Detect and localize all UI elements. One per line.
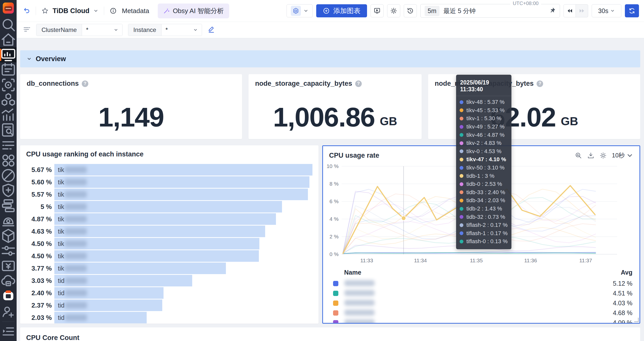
sidebar-item-calendar[interactable] bbox=[0, 62, 17, 77]
ranking-bar-track: tid bbox=[54, 312, 312, 323]
ranking-bar-row[interactable]: 4.50 % tik bbox=[26, 238, 312, 250]
ranking-bar-row[interactable]: 2.37 % tid bbox=[26, 299, 312, 311]
help-icon[interactable]: ? bbox=[537, 80, 543, 87]
sidebar-item-home[interactable] bbox=[0, 32, 17, 47]
help-icon[interactable]: ? bbox=[355, 80, 362, 87]
refresh-button[interactable] bbox=[625, 4, 639, 17]
time-forward-button[interactable] bbox=[576, 4, 588, 17]
legend-row[interactable]: 4.68 % bbox=[333, 308, 632, 318]
ranking-label-prefix: tik bbox=[58, 166, 64, 174]
sidebar-item-analytics[interactable] bbox=[0, 108, 17, 123]
tooltip-entry-text: tiflash-0 : 0.13 % bbox=[466, 238, 508, 245]
metadata-link[interactable]: Metadata bbox=[122, 7, 149, 15]
panels-row: CPU usage ranking of each instance 5.67 … bbox=[20, 145, 640, 324]
series-color-dot bbox=[460, 141, 463, 145]
ranking-bar-row[interactable]: 3.03 % tid bbox=[26, 275, 312, 287]
undo-icon[interactable] bbox=[23, 7, 30, 14]
ranking-bar-row[interactable]: 4.63 % tik bbox=[26, 225, 312, 237]
help-icon[interactable]: ? bbox=[82, 80, 88, 87]
ranking-bar-row[interactable]: 5.67 % tik bbox=[26, 164, 312, 176]
dashboard-content: Overview db_connections ? 1,149 bbox=[17, 38, 644, 341]
ranking-value: 4.50 % bbox=[26, 240, 54, 248]
ai-assistant-avatar[interactable] bbox=[3, 292, 13, 300]
legend-row[interactable]: 5.12 % bbox=[333, 279, 632, 288]
cpu-core-count-panel[interactable]: CPU Core Count bbox=[20, 327, 640, 341]
ranking-bar-track: tid bbox=[54, 287, 312, 299]
add-chart-button[interactable]: 添加图表 bbox=[316, 4, 367, 17]
sidebar-item-stacks[interactable] bbox=[0, 198, 17, 213]
time-back-button[interactable] bbox=[564, 4, 576, 17]
sidebar-item-clusters[interactable] bbox=[0, 93, 17, 108]
sidebar-item-add-user[interactable] bbox=[0, 304, 17, 319]
presentation-button[interactable] bbox=[371, 4, 384, 17]
favorite-star-icon[interactable] bbox=[42, 7, 49, 14]
sidebar-collapse-button[interactable] bbox=[0, 324, 17, 339]
obsy-ai-button[interactable]: Obsy AI 智能分析 bbox=[158, 4, 229, 18]
sidebar-item-inspection[interactable] bbox=[0, 77, 17, 93]
ranking-bar-row[interactable]: 2.03 % tid bbox=[26, 312, 312, 324]
chevron-down-icon bbox=[193, 28, 198, 32]
download-icon[interactable] bbox=[587, 152, 594, 159]
sidebar-item-log-search[interactable] bbox=[0, 123, 17, 138]
legend-row[interactable]: 4.51 % bbox=[333, 288, 632, 298]
chevron-down-icon bbox=[114, 28, 118, 32]
cluster-filter-label: ClusterName bbox=[36, 24, 82, 36]
ranking-bar-row[interactable]: 2.40 % tid bbox=[26, 287, 312, 299]
time-range-picker[interactable]: UTC+08:00 5m 最近 5 分钟 bbox=[420, 4, 560, 18]
ranking-bar-row[interactable]: 5 % tik bbox=[26, 201, 312, 213]
sidebar-item-blocklist[interactable] bbox=[0, 168, 17, 183]
sidebar-item-cloud[interactable] bbox=[0, 274, 17, 289]
sidebar-item-settings[interactable] bbox=[0, 243, 17, 259]
pin-icon[interactable] bbox=[549, 7, 556, 15]
pin-glyph bbox=[549, 7, 556, 14]
panel-resize-handle[interactable] bbox=[634, 318, 639, 322]
cpu-ranking-panel[interactable]: CPU usage ranking of each instance 5.67 … bbox=[20, 145, 318, 324]
ranking-bar-row[interactable]: 5.60 % tik bbox=[26, 176, 312, 188]
refresh-interval-dropdown[interactable]: 30s bbox=[592, 4, 621, 17]
history-button[interactable] bbox=[404, 4, 417, 17]
stat-card[interactable]: db_connections ? 1,149 bbox=[20, 74, 242, 139]
legend-row[interactable]: 4.03 % bbox=[333, 298, 632, 308]
sidebar-item-search[interactable] bbox=[0, 17, 17, 32]
ranking-value: 4.87 % bbox=[26, 215, 54, 223]
instance-filter-label: Instance bbox=[128, 24, 162, 36]
sidebar-item-packages[interactable] bbox=[0, 228, 17, 243]
ranking-bar-row[interactable]: 5.57 % tik bbox=[26, 188, 312, 200]
gear-icon[interactable] bbox=[599, 152, 607, 159]
ranking-bar-row[interactable]: 4.87 % tik bbox=[26, 213, 312, 225]
stat-card[interactable]: node_storage_capacity_bytes ? 1,006.86 G… bbox=[249, 74, 422, 139]
zoom-chart-icon[interactable] bbox=[575, 152, 582, 159]
sidebar-item-monitor-cam[interactable] bbox=[0, 213, 17, 228]
sidebar-item-billing[interactable] bbox=[0, 259, 17, 274]
ranking-bar-row[interactable]: 4.50 % tik bbox=[26, 250, 312, 262]
legend-row[interactable]: 4.09 % bbox=[333, 318, 632, 324]
dashboard-title[interactable]: TiDB Cloud bbox=[53, 7, 89, 15]
edit-variables-button[interactable] bbox=[208, 26, 215, 34]
sidebar-item-apps[interactable] bbox=[0, 153, 17, 168]
tooltip-entry: tikv-2 : 4.83 % bbox=[456, 139, 511, 147]
chart-interval-dropdown[interactable]: 10秒 bbox=[612, 151, 633, 159]
section-overview-header[interactable]: Overview bbox=[20, 50, 640, 67]
instance-filter: Instance * bbox=[128, 24, 202, 36]
sidebar-item-protection[interactable] bbox=[0, 183, 17, 198]
instance-filter-value: * bbox=[166, 26, 168, 33]
app-logo[interactable] bbox=[3, 3, 14, 14]
resource-dropdown[interactable] bbox=[287, 4, 313, 17]
series-color-dot bbox=[460, 133, 463, 137]
sidebar-item-filters[interactable] bbox=[0, 138, 17, 153]
ranking-bar: tid bbox=[54, 287, 164, 299]
filter-icon[interactable] bbox=[23, 26, 31, 34]
ranking-label-blurred bbox=[65, 191, 87, 198]
ranking-bar-row[interactable]: 3.77 % tik bbox=[26, 262, 312, 274]
sidebar-item-dashboards[interactable] bbox=[0, 47, 17, 62]
series-color-dot bbox=[460, 190, 463, 194]
instance-filter-select[interactable]: * bbox=[162, 24, 202, 36]
settings-button[interactable] bbox=[387, 4, 400, 17]
presentation-play-icon bbox=[374, 7, 381, 14]
ranking-bar-track: tid bbox=[54, 300, 312, 311]
svg-text:6 %: 6 % bbox=[330, 198, 339, 204]
chevron-down-icon[interactable] bbox=[93, 8, 98, 13]
stat-card-value: 1,006.86 bbox=[273, 101, 375, 133]
cpu-core-count-title: CPU Core Count bbox=[26, 334, 634, 341]
cluster-filter-select[interactable]: * bbox=[82, 24, 122, 36]
